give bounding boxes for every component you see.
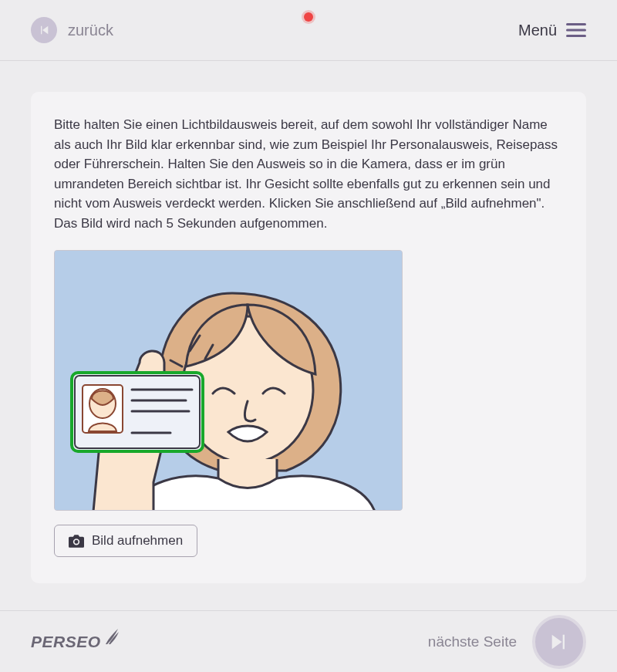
instruction-text: Bitte halten Sie einen Lichtbildausweis … <box>54 115 563 233</box>
menu-button[interactable]: Menü <box>518 22 586 39</box>
footer-bar: PERSEO nächste Seite <box>0 610 617 672</box>
logo-text: PERSEO <box>31 633 101 651</box>
svg-rect-1 <box>566 29 586 32</box>
svg-rect-2 <box>566 35 586 37</box>
recording-indicator-icon <box>304 12 313 22</box>
back-label: zurück <box>68 22 113 39</box>
capture-button-label: Bild aufnehmen <box>92 533 183 549</box>
next-icon <box>532 615 586 669</box>
id-illustration <box>54 250 403 511</box>
camera-icon <box>69 535 84 548</box>
menu-label: Menü <box>518 22 557 39</box>
hamburger-icon <box>566 22 586 38</box>
next-page-button[interactable]: nächste Seite <box>428 615 586 669</box>
capture-button[interactable]: Bild aufnehmen <box>54 525 197 557</box>
header-bar: zurück Menü <box>0 0 617 61</box>
logo-wing-icon <box>104 627 120 646</box>
content-card: Bitte halten Sie einen Lichtbildausweis … <box>31 92 586 583</box>
next-page-label: nächste Seite <box>428 633 517 650</box>
perseo-logo: PERSEO <box>31 633 120 651</box>
back-icon <box>31 17 57 43</box>
back-button[interactable]: zurück <box>31 17 113 43</box>
svg-rect-0 <box>566 23 586 25</box>
